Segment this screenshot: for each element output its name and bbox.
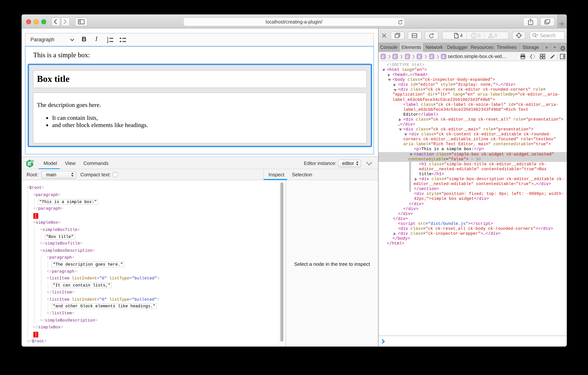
svg-text:5: 5 bbox=[32, 160, 33, 163]
svg-text:1: 1 bbox=[107, 37, 108, 40]
svg-text:2: 2 bbox=[107, 40, 108, 43]
